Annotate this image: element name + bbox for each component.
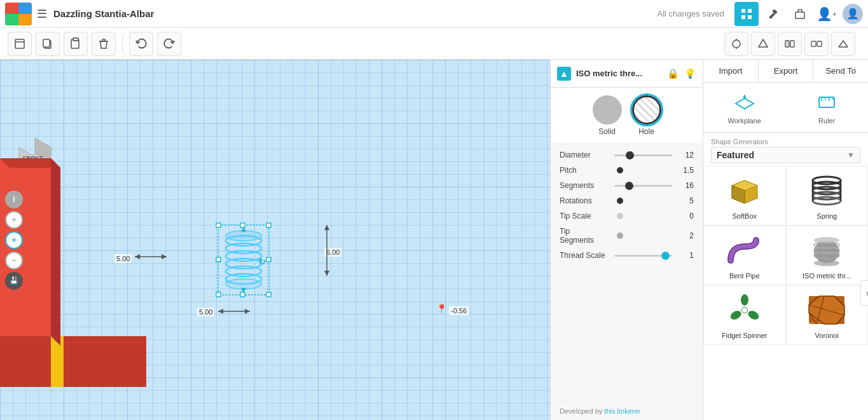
svg-marker-62 xyxy=(245,309,250,314)
redo-button[interactable] xyxy=(157,32,181,56)
save-status: All changes saved xyxy=(657,9,724,18)
copy-button[interactable] xyxy=(36,32,60,56)
grid-view-button[interactable] xyxy=(734,2,759,26)
rotations-dot-area xyxy=(614,198,672,204)
sg-spring[interactable]: Spring xyxy=(786,166,869,226)
tip-scale-value: 0 xyxy=(676,212,694,220)
zoom-out-button[interactable]: − xyxy=(5,252,23,269)
paste-button[interactable] xyxy=(64,32,88,56)
group-view-button[interactable] xyxy=(804,32,829,56)
svg-rect-33 xyxy=(216,223,221,227)
export-button[interactable]: Export xyxy=(759,60,814,82)
developed-by-label: Developed by xyxy=(560,407,602,415)
lock-button[interactable]: 🔒 xyxy=(667,68,679,79)
thread-scale-label: Thread Scale xyxy=(560,251,610,260)
sg-softbox[interactable]: SoftBox xyxy=(703,166,786,226)
sg-featured-label: Featured xyxy=(717,150,754,160)
developed-by-row: Developed by this tinkerer xyxy=(551,402,703,420)
pitch-label: Pitch xyxy=(560,166,610,175)
svg-rect-35 xyxy=(266,223,271,227)
view-tool-group xyxy=(724,32,855,56)
info-button[interactable]: i xyxy=(5,191,23,208)
sg-voronoi[interactable]: Voronoi xyxy=(786,285,869,345)
solid-label: Solid xyxy=(598,127,616,136)
rotations-row: Rotations 5 xyxy=(560,196,694,205)
visibility-button[interactable]: 💡 xyxy=(684,68,696,79)
rotations-label: Rotations xyxy=(560,196,610,205)
svg-rect-1 xyxy=(748,9,752,13)
header-menu-icon[interactable]: ☰ xyxy=(37,7,47,21)
workplane-tool[interactable]: Workplane xyxy=(703,88,786,127)
sg-header: Shape Generators Featured ▼ xyxy=(703,133,868,166)
briefcase-button[interactable] xyxy=(788,2,812,26)
dim-arrow-bottom xyxy=(218,305,256,318)
svg-rect-21 xyxy=(817,41,822,46)
svg-marker-59 xyxy=(324,271,329,276)
segments-label: Segments xyxy=(560,181,610,190)
hammer-button[interactable] xyxy=(761,2,785,26)
sg-title: Shape Generators xyxy=(711,138,860,146)
svg-rect-40 xyxy=(266,292,271,297)
user-area: 👤 xyxy=(843,4,863,24)
new-icon xyxy=(13,37,26,50)
iso-metric-label: ISO metric thr... xyxy=(803,272,851,280)
sg-bent-pipe[interactable]: Bent Pipe xyxy=(703,226,786,285)
voronoi-label: Voronoi xyxy=(815,332,839,339)
undo-button[interactable] xyxy=(129,32,153,56)
sg-scroll-right[interactable]: › xyxy=(860,280,868,306)
tip-scale-label: Tip Scale xyxy=(560,212,610,220)
light-view-button[interactable] xyxy=(724,32,748,56)
shape-view-button[interactable] xyxy=(751,32,775,56)
undo-icon xyxy=(135,37,148,50)
svg-rect-82 xyxy=(814,240,839,263)
dim-5-bottom: 5.00 xyxy=(197,308,214,316)
hole-item[interactable]: Hole xyxy=(632,95,661,136)
flip-view-button[interactable] xyxy=(831,32,855,56)
send-to-button[interactable]: Send To xyxy=(813,60,868,82)
delete-icon xyxy=(97,37,110,50)
import-button[interactable]: Import xyxy=(703,60,759,82)
new-object-button[interactable] xyxy=(8,32,32,56)
sg-grid: SoftBox S xyxy=(703,166,868,345)
mirror-view-button[interactable] xyxy=(778,32,802,56)
thread-scale-slider[interactable] xyxy=(614,255,672,257)
spring-label: Spring xyxy=(816,212,837,220)
tinkercad-logo[interactable] xyxy=(5,3,32,25)
dim-neg: -0.56 xyxy=(449,306,469,315)
svg-rect-2 xyxy=(741,15,745,19)
chevron-down-icon: ▼ xyxy=(847,151,855,159)
tip-segments-row: TipSegments 2 xyxy=(560,227,694,245)
delete-button[interactable] xyxy=(92,32,116,56)
thread-object[interactable]: ↻ xyxy=(215,222,272,301)
svg-rect-34 xyxy=(240,223,245,227)
left-panel: i + + − 💾 xyxy=(5,191,23,290)
diameter-label: Diameter xyxy=(560,151,610,159)
sg-iso-metric[interactable]: ISO metric thr... xyxy=(786,226,869,285)
collapse-button[interactable]: ▲ xyxy=(557,67,571,81)
diameter-slider[interactable] xyxy=(614,154,672,156)
shape-title: ISO metric thre... xyxy=(576,69,662,78)
hole-label: Hole xyxy=(638,127,654,136)
canvas-area[interactable]: FRONT xyxy=(0,60,550,420)
shape-properties-panel: ▲ ISO metric thre... 🔒 💡 Solid Hole Diam… xyxy=(550,60,703,420)
svg-point-89 xyxy=(747,309,761,321)
svg-marker-31 xyxy=(51,158,60,346)
sg-grid-container: SoftBox S xyxy=(703,166,868,420)
zoom-in-button[interactable]: + xyxy=(5,211,23,229)
tinkerer-link[interactable]: this tinkerer xyxy=(604,407,640,415)
save-button[interactable]: 💾 xyxy=(5,272,23,290)
add-shape-button[interactable]: + xyxy=(5,231,23,249)
svg-rect-28 xyxy=(0,336,146,387)
user-avatar[interactable]: 👤 xyxy=(843,4,863,24)
flip-icon xyxy=(837,38,849,50)
solid-item[interactable]: Solid xyxy=(593,95,622,136)
sg-dropdown[interactable]: Featured ▼ xyxy=(711,147,860,163)
sg-fidget-spinner[interactable]: Fidget Spinner xyxy=(703,285,786,345)
svg-rect-19 xyxy=(790,41,794,47)
add-user-button[interactable]: 👤+ xyxy=(815,2,839,26)
segments-slider[interactable] xyxy=(614,185,672,187)
bent-pipe-image xyxy=(724,233,765,268)
svg-point-90 xyxy=(729,309,743,321)
ruler-tool[interactable]: Ruler xyxy=(786,88,869,127)
svg-rect-7 xyxy=(15,39,24,48)
